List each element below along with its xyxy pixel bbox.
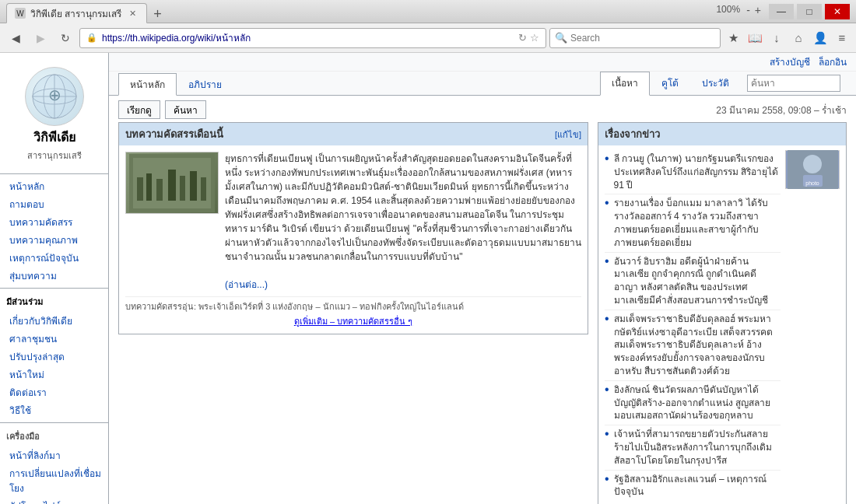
svg-text:photo: photo — [805, 180, 819, 187]
tab-discussion[interactable]: อภิปราย — [177, 73, 233, 95]
news-item-1: • รายงานเรื่อง บ็อกแมม มาลาลาวิ ได้รับรา… — [605, 194, 781, 252]
svg-rect-15 — [201, 177, 206, 201]
sidebar-item-help[interactable]: วิธีใช้ — [0, 401, 108, 419]
sidebar-item-featured[interactable]: บทความคัดสรร — [0, 213, 108, 231]
news-item-6: • รัฐอิสลามอิรักและเลแวนต์ – เหตุการณ์ปั… — [605, 471, 781, 502]
sidebar-item-upload[interactable]: อัปโหลดไฟล์ — [0, 497, 108, 504]
wiki-right-column: เรื่องจากข่าว • ลี กวนยู (ในภาพ) นายกรัฐ… — [598, 122, 847, 504]
news-item-5: • เจ้าหน้าที่สามารถขยายตัวประกันสลายร้าย… — [605, 425, 781, 470]
wiki-content-area: บทความคัดสรรเดือนนี้ [แก้ไข] — [109, 122, 856, 504]
news-thumbnail: photo — [785, 150, 840, 501]
news-item-4: • อิงลักษณ์ ชินวัตรผลภาษีดันบัญหาได้บัญญ… — [605, 381, 781, 425]
news-item-2: • อันวาร์ อิบราฮิม อดีตผู้นำฝ่ายค้านมาเล… — [605, 253, 781, 310]
wiki-main-content: สร้างบัญชี ล็อกอิน หน้าหลัก อภิปราย เนื้… — [109, 53, 856, 504]
sidebar-item-current[interactable]: เหตุการณ์ปัจจุบัน — [0, 249, 108, 267]
zoom-level: 100% — [716, 4, 740, 19]
new-tab-button[interactable]: + — [147, 6, 168, 23]
site-subtitle: สารานุกรมเสรี — [3, 149, 105, 167]
tab-edit[interactable]: คูโต้ — [650, 72, 690, 95]
sidebar-item-about[interactable]: เกี่ยวกับวิกิพีเดีย — [0, 312, 108, 330]
wiki-search-input[interactable] — [747, 75, 840, 92]
sidebar-divider-3 — [0, 422, 108, 423]
browser-search-bar[interactable]: 🔍 — [549, 28, 721, 48]
sidebar-divider-2 — [0, 288, 108, 289]
sidebar-item-quality[interactable]: บทความคุณภาพ — [0, 231, 108, 249]
forward-button[interactable]: ▶ — [30, 28, 51, 48]
news-item-3-text: สมเด็จพระราชาธิบดีอับดุลลอฮ์ พระมหากษัตร… — [614, 313, 781, 378]
svg-rect-14 — [190, 171, 197, 201]
wiki-main-search-box: เรียกดู ค้นหา — [118, 100, 206, 119]
sidebar-item-main[interactable]: หน้าหลัก — [0, 177, 108, 195]
address-bar-icons: ↻ ☆ — [518, 32, 539, 44]
sidebar-item-links-here[interactable]: หน้าที่ลิงก์มา — [0, 446, 108, 464]
minimize-button[interactable]: — — [769, 4, 794, 19]
site-title: วิกิพีเดีย — [3, 126, 105, 149]
window-controls: 100% - + — □ ✕ — [716, 4, 850, 19]
zoom-minus[interactable]: - — [746, 4, 750, 19]
star-icon[interactable]: ☆ — [530, 32, 539, 44]
favorites-icon[interactable]: ★ — [724, 28, 742, 48]
featured-article-paragraph: ยุทธการที่เดียนเบียนฟู เป็นการเผยิญหน้าค… — [225, 153, 581, 262]
sidebar-item-related-changes[interactable]: การเปลี่ยนแปลงที่เชื่อมโยง — [0, 464, 108, 497]
news-item-2-text: อันวาร์ อิบราฮิม อดีตผู้นำฝ่ายค้านมาเลเซ… — [614, 255, 781, 307]
create-account-link[interactable]: สร้างบัญชี — [770, 57, 810, 68]
svg-point-17 — [803, 155, 822, 173]
featured-more-link[interactable]: ดูเพิ่มเติม – บทความคัดสรรอื่น ๆ — [294, 317, 412, 326]
zoom-plus[interactable]: + — [755, 4, 761, 19]
news-item-5-text: เจ้าหน้าที่สามารถขยายตัวประกันสลายร้ายไป… — [614, 428, 781, 467]
sidebar-item-village[interactable]: ศาลาชุมชน — [0, 330, 108, 348]
navigation-bar: ◀ ▶ ↻ 🔒 https://th.wikipedia.org/wiki/หน… — [0, 23, 856, 53]
user-links-bar: สร้างบัญชี ล็อกอิน — [109, 53, 856, 72]
featured-more-link-row: ดูเพิ่มเติม – บทความคัดสรรอื่น ๆ — [125, 315, 581, 328]
active-tab[interactable]: W วิกิพีเดีย สารานุกรมเสรี ✕ — [6, 3, 147, 23]
featured-article-header: บทความคัดสรรเดือนนี้ [แก้ไข] — [119, 123, 588, 145]
tab-content[interactable]: เนื้อหา — [600, 72, 650, 96]
sidebar-item-new-pages[interactable]: หน้าใหม่ — [0, 366, 108, 383]
news-section: เรื่องจากข่าว • ลี กวนยู (ในภาพ) นายกรัฐ… — [598, 122, 847, 504]
address-bar[interactable]: 🔒 https://th.wikipedia.org/wiki/หน้าหลัก… — [79, 28, 546, 48]
browser-tabs: W วิกิพีเดีย สารานุกรมเสรี ✕ + — [6, 0, 716, 23]
svg-rect-13 — [180, 176, 185, 201]
svg-text:⊕: ⊕ — [47, 86, 61, 103]
login-link[interactable]: ล็อกอิน — [819, 57, 847, 68]
featured-article-more[interactable]: (อ่านต่อ...) — [225, 279, 268, 290]
tab-history[interactable]: ประวัติ — [690, 72, 741, 95]
featured-article-box: บทความคัดสรรเดือนนี้ [แก้ไข] — [118, 122, 588, 334]
svg-rect-11 — [156, 179, 163, 201]
sidebar-item-qa[interactable]: ถามตอบ — [0, 195, 108, 213]
news-item-0: • ลี กวนยู (ในภาพ) นายกรัฐมนตรีแรกของประ… — [605, 150, 781, 194]
wiki-left-column: บทความคัดสรรเดือนนี้ [แก้ไข] — [118, 122, 588, 504]
tab-main-page[interactable]: หน้าหลัก — [118, 73, 177, 96]
reload-icon[interactable]: ↻ — [518, 32, 527, 44]
featured-article-title: บทความคัดสรรเดือนนี้ — [125, 126, 223, 142]
download-icon[interactable]: ↓ — [767, 28, 786, 48]
back-button[interactable]: ◀ — [5, 28, 26, 48]
title-bar: W วิกิพีเดีย สารานุกรมเสรี ✕ + 100% - + … — [0, 0, 856, 23]
news-item-6-text: รัฐอิสลามอิรักและเลแวนต์ – เหตุการณ์ปัจจ… — [614, 473, 781, 499]
search-button[interactable]: ค้นหา — [165, 100, 206, 119]
sidebar-tools-header: เครื่องมือ — [0, 426, 108, 446]
search-icon: 🔍 — [555, 32, 567, 44]
sidebar: ⊕ วิกิพีเดีย สารานุกรมเสรี หน้าหลัก ถามต… — [0, 53, 109, 504]
maximize-button[interactable]: □ — [797, 4, 822, 19]
sidebar-item-recent[interactable]: ปรับปรุงล่าสุด — [0, 348, 108, 366]
home-icon[interactable]: ⌂ — [789, 28, 808, 48]
sidebar-item-contact[interactable]: ติดต่อเรา — [0, 383, 108, 401]
lock-icon: 🔒 — [86, 33, 97, 43]
wiki-view-tabs: เนื้อหา คูโต้ ประวัติ — [600, 72, 847, 95]
menu-icon[interactable]: ≡ — [833, 28, 851, 48]
browse-button[interactable]: เรียกดู — [118, 100, 160, 119]
refresh-button[interactable]: ↻ — [54, 28, 76, 48]
search-input[interactable] — [570, 33, 715, 44]
tab-close-button[interactable]: ✕ — [126, 7, 139, 19]
tab-favicon: W — [15, 8, 26, 19]
close-button[interactable]: ✕ — [825, 4, 850, 19]
featured-article-edit[interactable]: [แก้ไข] — [555, 128, 581, 142]
featured-article-text: ยุทธการที่เดียนเบียนฟู เป็นการเผยิญหน้าค… — [225, 152, 581, 292]
sidebar-item-random[interactable]: สุ่มบทความ — [0, 267, 108, 285]
account-icon[interactable]: 👤 — [811, 28, 830, 48]
tab-title: วิกิพีเดีย สารานุกรมเสรี — [30, 6, 121, 21]
news-item-4-text: อิงลักษณ์ ชินวัตรผลภาษีดันบัญหาได้บัญญัต… — [614, 383, 781, 422]
svg-rect-10 — [146, 173, 152, 201]
ebook-icon[interactable]: 📖 — [745, 28, 764, 48]
